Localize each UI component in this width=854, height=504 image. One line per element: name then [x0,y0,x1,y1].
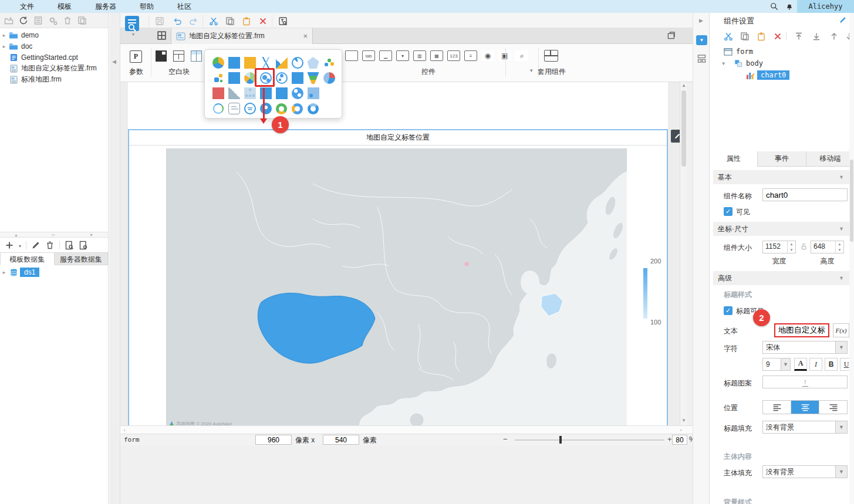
chart-type-flag-map[interactable] [305,87,321,99]
stepper-arrows-icon[interactable]: ▲▼ [835,241,843,253]
add-icon[interactable] [5,241,14,250]
chart-type-contact[interactable] [258,103,274,114]
width-stepper[interactable]: 1152 ▲▼ [762,241,796,253]
zoom-out-icon[interactable]: − [503,435,508,444]
formula-button[interactable]: F(x) [833,323,849,337]
chart-type-point-map[interactable] [274,87,289,99]
chart-type-gauge[interactable] [289,57,305,69]
chart-type-bubble[interactable] [210,72,226,84]
body-fill-select[interactable]: 没有背景 ▼ [762,465,848,478]
widget-date-icon[interactable]: ▦ [430,50,443,61]
section-basic[interactable]: 基本▼ [713,170,850,184]
widget-textarea-icon[interactable]: ≡ [464,50,477,61]
widget-tree-icon[interactable]: ▥ [413,50,426,61]
chart-type-pie[interactable] [210,57,226,69]
bold-button[interactable]: B [825,358,838,371]
widget-checkbox-icon[interactable]: ▣ [498,50,511,61]
tab-close-icon[interactable]: × [303,32,308,40]
scroll-left-icon[interactable]: ‹ [120,426,129,434]
visible-checkbox[interactable]: ✓ [724,207,733,216]
tree-node-form[interactable]: form [710,46,854,57]
widget-number-icon[interactable]: 123 [447,50,460,61]
title-visible-checkbox[interactable]: ✓ [724,306,733,315]
scroll-up-icon[interactable]: ▲ [681,83,686,88]
scrollbar-thumb[interactable] [681,90,686,167]
copy-icon[interactable] [225,16,235,26]
search-icon[interactable] [767,0,782,13]
delete-icon[interactable] [773,32,782,41]
find-replace-icon[interactable] [278,16,288,26]
title-fill-select[interactable]: 没有背景 ▼ [762,421,848,434]
zoom-slider-handle[interactable] [559,436,562,444]
tree-expand-icon[interactable]: ▼ [710,61,725,66]
dataset-tab-1[interactable]: 模板数据集 [0,252,55,265]
split-block-icon[interactable] [173,50,184,62]
chart-type-gantt[interactable] [210,87,226,99]
save-icon[interactable] [154,16,165,26]
collapse-down-icon[interactable]: ▼ [89,232,93,238]
delete-icon[interactable] [258,16,268,26]
undo-icon[interactable] [172,16,183,26]
dataset-tab-2[interactable]: 服务器数据集 [55,252,109,265]
expand-caret-icon[interactable]: ▸ [0,269,8,275]
file-tree-item-4[interactable]: 地图自定义标签位置.frm [0,63,108,74]
menu-item-3[interactable]: 服务器 [83,0,128,13]
chart-type-milestone[interactable] [226,87,242,99]
page-height-input[interactable] [323,435,359,445]
chart-type-kpi-card[interactable] [242,103,258,114]
move-bottom-icon[interactable] [812,32,821,41]
template-menu-caret-icon[interactable]: ▾ [124,33,142,36]
widget-button-icon[interactable]: ▁ [379,50,392,61]
menu-item-5[interactable]: 社区 [166,0,203,13]
chart-type-circle-pack[interactable] [305,103,321,114]
widget-preview-icon[interactable]: ⌕ [515,50,528,61]
zoom-value-input[interactable] [672,435,687,445]
chart-type-box-plot[interactable] [258,87,274,99]
file-tree-item-2[interactable]: ▸ doc [0,40,108,52]
expand-caret-icon[interactable]: ▸ [0,43,8,49]
collapse-up-icon[interactable]: ▲ [14,232,18,238]
font-family-select[interactable]: 宋体 ▼ [762,341,848,354]
move-up-icon[interactable] [829,32,839,41]
chart-type-dial[interactable] [210,103,226,114]
scroll-right-icon[interactable]: › [677,426,685,434]
widget-dropdown-icon[interactable]: ▾ [396,50,409,61]
collapse-left-icon[interactable]: ◀ [112,59,116,65]
menu-item-1[interactable]: 文件 [8,0,46,13]
parameter-pane-icon[interactable]: P [130,50,142,63]
chart-type-donut[interactable] [289,103,305,114]
expand-caret-icon[interactable]: ▸ [0,32,8,38]
component-name-input[interactable] [762,188,848,201]
section-collapse-icon[interactable]: ▼ [839,271,844,285]
tab-block-icon[interactable] [191,50,202,62]
cut-icon[interactable] [724,32,733,41]
align-left-button[interactable] [763,401,791,414]
tab-属性[interactable]: 属性 [710,151,757,167]
font-color-button[interactable]: A [794,358,807,371]
chart-type-treemap[interactable] [289,72,305,84]
chart-type-org-tree[interactable] [242,87,258,99]
chart-type-combo[interactable] [226,72,242,84]
component-settings-pane-icon[interactable]: ▼ [696,35,707,45]
preview-doc-icon[interactable] [65,241,74,250]
tab-移动端[interactable]: 移动端 [806,151,854,167]
notification-bell-icon[interactable] [782,0,797,13]
zoom-slider-track[interactable] [515,439,664,441]
widget-label-icon[interactable]: lab [362,50,375,61]
scrollbar-thumb[interactable] [850,160,853,242]
section-coord[interactable]: 坐标·尺寸▼ [713,222,850,236]
zoom-in-icon[interactable]: + [667,435,672,444]
scroll-down-icon[interactable]: ▼ [681,418,686,423]
left-collapse-strip[interactable]: ◀ [109,13,120,504]
new-window-icon[interactable] [667,31,676,40]
paste-icon[interactable] [757,32,766,41]
chart-type-area[interactable] [274,57,289,69]
menu-item-4[interactable]: 帮助 [128,0,166,13]
chart-type-line[interactable] [258,57,274,69]
chart-type-world-map[interactable] [289,87,305,99]
lock-ratio-icon[interactable] [800,242,808,251]
document-tab[interactable]: 地图自定义标签位置.frm × [171,28,313,44]
doc-settings-icon[interactable] [79,241,88,250]
page-width-input[interactable] [255,435,292,445]
font-size-select[interactable]: 9 ▼ [762,358,791,371]
